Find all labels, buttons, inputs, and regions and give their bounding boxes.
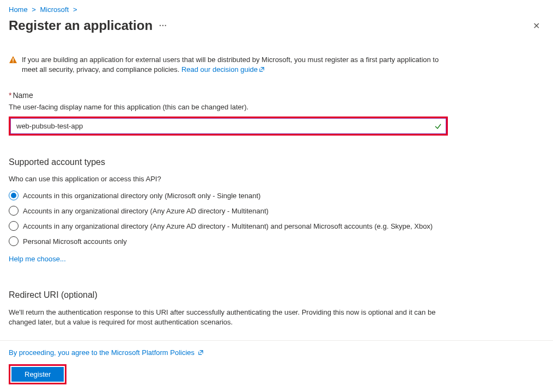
radio-icon (9, 191, 19, 200)
svg-rect-0 (13, 58, 14, 61)
name-label: *Name (9, 91, 544, 100)
radio-label: Accounts in this organizational director… (23, 192, 260, 200)
redirect-uri-description: We'll return the authentication response… (9, 308, 455, 327)
account-type-option-single-tenant[interactable]: Accounts in this organizational director… (9, 191, 544, 200)
radio-label: Accounts in any organizational directory… (23, 222, 433, 230)
account-types-heading: Supported account types (9, 157, 544, 167)
account-type-option-multitenant[interactable]: Accounts in any organizational directory… (9, 206, 544, 216)
radio-icon (9, 236, 19, 246)
close-button[interactable]: ✕ (528, 19, 544, 33)
breadcrumb: Home > Microsoft > (9, 5, 544, 14)
radio-label: Accounts in any organizational directory… (23, 207, 269, 215)
name-input[interactable] (10, 118, 446, 134)
redirect-uri-heading: Redirect URI (optional) (9, 290, 544, 300)
help-me-choose-link[interactable]: Help me choose... (9, 255, 544, 263)
platform-policies-link[interactable]: By proceeding, you agree to the Microsof… (9, 348, 544, 357)
register-button[interactable]: Register (11, 367, 64, 382)
external-link-icon (259, 66, 265, 72)
register-highlight: Register (9, 364, 66, 384)
name-highlight (9, 117, 448, 136)
radio-label: Personal Microsoft accounts only (23, 237, 127, 246)
radio-icon (9, 221, 19, 231)
external-link-icon (198, 350, 204, 356)
more-actions-button[interactable]: ··· (159, 21, 167, 30)
decision-guide-link[interactable]: Read our decision guide (181, 65, 265, 74)
account-type-option-personal-only[interactable]: Personal Microsoft accounts only (9, 236, 544, 246)
account-types-subtext: Who can use this application or access t… (9, 175, 544, 183)
check-icon (434, 122, 442, 130)
page-title: Register an application ··· (9, 18, 167, 33)
account-type-option-multitenant-personal[interactable]: Accounts in any organizational directory… (9, 221, 544, 231)
warning-icon (9, 56, 17, 64)
name-hint: The user-facing display name for this ap… (9, 103, 544, 111)
svg-rect-1 (13, 62, 14, 63)
breadcrumb-separator: > (32, 5, 36, 14)
footer: By proceeding, you agree to the Microsof… (0, 340, 553, 392)
breadcrumb-separator: > (73, 5, 77, 14)
radio-icon (9, 206, 19, 216)
breadcrumb-home[interactable]: Home (9, 5, 28, 14)
warning-banner: If you are building an application for e… (9, 55, 455, 75)
breadcrumb-tenant[interactable]: Microsoft (40, 5, 69, 14)
